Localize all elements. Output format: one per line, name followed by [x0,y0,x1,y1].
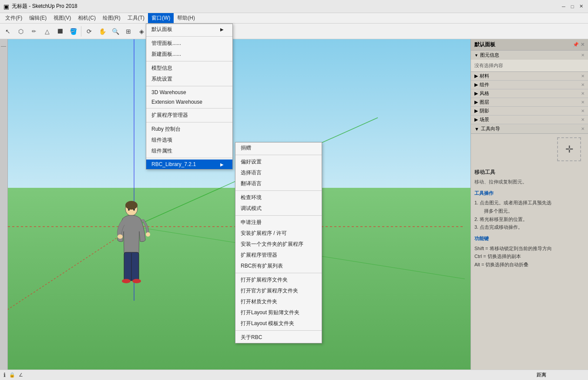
menu-help[interactable]: 帮助(H) [174,13,198,23]
dropdown-rbc-library[interactable]: RBC_Library_7.2.1 ▶ [146,159,232,169]
menu-draw[interactable]: 绘图(R) [99,13,124,23]
rbc-library-arrow: ▶ [220,162,224,167]
rbc-about[interactable]: 关于RBC [235,332,322,343]
materials-section[interactable]: ▶ 材料 ✕ [471,72,588,81]
dropdown-sep-4 [146,108,232,109]
shortcut-alt: Alt = 切换选择的自动折叠 [474,261,585,269]
rbc-ext-manager[interactable]: 扩展程序管理器 [235,250,322,261]
rbc-open-layout-scrapbook[interactable]: 打开Layout 剪贴簿文件夹 [235,307,322,318]
tool-zoom-extent[interactable]: ⊞ [122,25,134,37]
tool-info-panel: 移动工具 移动、拉伸或复制图元。 工具操作 1. 点击图元。或者用选择工具预先选… [471,165,588,370]
components-label: 组件 [480,81,489,88]
dropdown-component-attributes[interactable]: 组件属性 [146,146,232,156]
menu-edit[interactable]: 编辑(E) [26,13,50,23]
styles-label: 风格 [480,90,489,97]
rbc-sep-1 [235,155,322,155]
dropdown-manage-panel[interactable]: 管理面板...... [146,38,232,49]
menu-camera[interactable]: 相机(C) [74,13,99,23]
window-title: 无标题 - SketchUp Pro 2018 [12,3,77,10]
tool-desc: 移动、拉伸或复制图元。 [474,178,585,186]
right-panel-title: 默认面板 [474,41,495,48]
minimize-button[interactable]: ─ [560,3,567,10]
layers-close[interactable]: ✕ [581,100,585,105]
toolbar-sep-1 [81,26,81,37]
svg-point-7 [118,234,123,239]
rbc-select-lang[interactable]: 选择语言 [235,167,322,178]
components-section[interactable]: ▶ 组件 ✕ [471,81,588,89]
scenes-close[interactable]: ✕ [581,117,585,122]
op-3: 3. 点击完成移动操作。 [474,223,585,231]
rbc-install-folder-ext[interactable]: 安装一个文件夹的扩展程序 [235,239,322,250]
dropdown-extension-warehouse[interactable]: Extension Warehouse [146,97,232,107]
rbc-debug-mode[interactable]: 调试模式 [235,203,322,214]
materials-close[interactable]: ✕ [581,74,585,78]
svg-point-11 [122,279,131,283]
entity-info-expand-icon: ▼ [474,53,478,58]
op-2: 2. 将光标移至新的位置。 [474,215,585,224]
tool-paint[interactable]: 🪣 [67,25,79,37]
tool-zoom[interactable]: 🔍 [109,25,121,37]
rbc-preferences[interactable]: 偏好设置 [235,156,322,167]
maximize-button[interactable]: □ [569,3,576,10]
shadows-section[interactable]: ▶ 阴影 ✕ [471,107,588,115]
styles-close[interactable]: ✕ [581,91,585,96]
dropdown-sep-1 [146,36,232,37]
svg-point-13 [128,209,130,211]
dropdown-new-panel[interactable]: 新建面板...... [146,49,232,60]
rbc-install-ext[interactable]: 安装扩展程序 / 许可 [235,228,322,239]
dropdown-default-panel[interactable]: 默认面板 ▶ [146,24,232,35]
dropdown-component-options[interactable]: 组件选项 [146,135,232,146]
rbc-open-material-folder[interactable]: 打开材质文件夹 [235,296,322,307]
dropdown-sep-6 [146,158,232,158]
tool-guide-header[interactable]: ▼ 工具向导 ✕ [471,124,588,133]
op-1: 1. 点击图元。或者用选择工具预先选 择多个图元。 [474,199,585,215]
entity-info-header[interactable]: ▼ 图元信息 ✕ [471,51,588,60]
rbc-open-ext-folder[interactable]: 打开扩展程序文件夹 [235,275,322,285]
menu-window[interactable]: 窗口(W) [148,13,174,23]
dropdown-3d-warehouse[interactable]: 3D Warehouse [146,88,232,97]
rbc-sep-4 [235,273,322,273]
dropdown-ext-manager[interactable]: 扩展程序管理器 [146,110,232,121]
close-window-button[interactable]: ✕ [578,3,585,10]
tool-shape[interactable]: △ [41,25,53,37]
menu-file[interactable]: 文件(F) [2,13,26,23]
tool-pan[interactable]: ✋ [96,25,108,37]
rbc-register[interactable]: 申请注册 [235,217,322,228]
menu-tools[interactable]: 工具(T) [124,13,148,23]
status-angle-icon: ∠ [19,372,23,378]
person-figure [110,201,153,297]
dropdown-model-info[interactable]: 模型信息 [146,63,232,74]
statusbar: ℹ 🔒 ∠ 距离 [0,370,588,380]
menu-view[interactable]: 视图(V) [50,13,74,23]
window-dropdown-menu: 默认面板 ▶ 管理面板...... 新建面板...... 模型信息 系统设置 3… [146,24,233,170]
entity-info-close[interactable]: ✕ [581,53,585,58]
tool-orbit[interactable]: ⟳ [83,25,95,37]
rbc-ext-list[interactable]: RBC所有扩展列表 [235,261,322,271]
shadows-close[interactable]: ✕ [581,109,585,113]
layers-section[interactable]: ▶ 图层 ✕ [471,98,588,107]
scenes-section[interactable]: ▶ 场景 ✕ [471,115,588,124]
dropdown-ruby-console[interactable]: Ruby 控制台 [146,124,232,135]
titlebar: ▣ 无标题 - SketchUp Pro 2018 ─ □ ✕ [0,0,588,13]
tool-pencil[interactable]: ✏ [28,25,40,37]
dropdown-system-settings[interactable]: 系统设置 [146,74,232,85]
app-icon: ▣ [3,3,9,10]
tool-guide-section: ▼ 工具向导 ✕ [471,124,588,134]
tool-select[interactable]: ↖ [2,25,14,37]
rbc-open-official-folder[interactable]: 打开官方扩展程序文件夹 [235,285,322,296]
operations-list: 1. 点击图元。或者用选择工具预先选 择多个图元。 2. 将光标移至新的位置。 … [474,199,585,231]
rbc-donate[interactable]: 捐赠 [235,142,322,153]
tool-erase[interactable]: ⬡ [15,25,27,37]
tool-pushpull[interactable]: ⬛ [54,25,66,37]
rbc-sep-3 [235,215,322,216]
entity-info-text: 没有选择内容 [474,63,503,68]
shadows-expand-icon: ▶ [474,108,478,114]
tool-guide-close[interactable]: ✕ [581,126,585,131]
rbc-open-layout-template[interactable]: 打开Layout 模板文件夹 [235,318,322,329]
styles-section[interactable]: ▶ 风格 ✕ [471,89,588,98]
rbc-translate-lang[interactable]: 翻译语言 [235,178,322,189]
panel-pin-icon[interactable]: 📌 [573,42,579,48]
rbc-check-env[interactable]: 检查环境 [235,192,322,203]
components-close[interactable]: ✕ [581,82,585,87]
panel-close-icon[interactable]: ✕ [581,42,585,48]
